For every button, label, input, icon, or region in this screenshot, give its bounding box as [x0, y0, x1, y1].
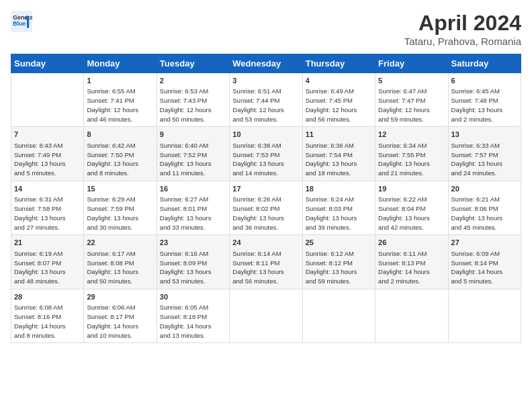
calendar-cell: 2Sunrise: 6:53 AM Sunset: 7:43 PM Daylig… — [157, 73, 229, 127]
calendar-cell: 27Sunrise: 6:09 AM Sunset: 8:14 PM Dayli… — [448, 235, 521, 289]
col-header-thursday: Thursday — [302, 54, 375, 73]
calendar-cell: 12Sunrise: 6:34 AM Sunset: 7:55 PM Dayli… — [375, 127, 448, 181]
cell-details: Sunrise: 6:16 AM Sunset: 8:09 PM Dayligh… — [160, 249, 226, 286]
week-row-3: 14Sunrise: 6:31 AM Sunset: 7:58 PM Dayli… — [11, 181, 521, 234]
day-number: 4 — [306, 76, 372, 86]
day-number: 28 — [14, 292, 81, 302]
day-number: 22 — [87, 238, 153, 248]
cell-details: Sunrise: 6:21 AM Sunset: 8:06 PM Dayligh… — [451, 195, 518, 232]
calendar-cell: 15Sunrise: 6:29 AM Sunset: 7:59 PM Dayli… — [84, 181, 157, 234]
calendar-cell: 21Sunrise: 6:19 AM Sunset: 8:07 PM Dayli… — [11, 235, 84, 289]
main-title: April 2024 — [404, 11, 521, 36]
cell-details: Sunrise: 6:45 AM Sunset: 7:48 PM Dayligh… — [451, 87, 518, 124]
cell-details: Sunrise: 6:55 AM Sunset: 7:41 PM Dayligh… — [87, 87, 153, 124]
col-header-wednesday: Wednesday — [230, 54, 302, 73]
calendar-cell: 28Sunrise: 6:08 AM Sunset: 8:16 PM Dayli… — [11, 289, 84, 342]
cell-details: Sunrise: 6:49 AM Sunset: 7:45 PM Dayligh… — [306, 87, 372, 124]
cell-details: Sunrise: 6:43 AM Sunset: 7:49 PM Dayligh… — [14, 141, 81, 178]
calendar-cell — [230, 289, 302, 342]
cell-details: Sunrise: 6:31 AM Sunset: 7:58 PM Dayligh… — [14, 195, 81, 232]
cell-details: Sunrise: 6:08 AM Sunset: 8:16 PM Dayligh… — [14, 303, 81, 340]
cell-details: Sunrise: 6:42 AM Sunset: 7:50 PM Dayligh… — [87, 141, 153, 178]
col-header-tuesday: Tuesday — [157, 54, 229, 73]
calendar-cell: 16Sunrise: 6:27 AM Sunset: 8:01 PM Dayli… — [157, 181, 229, 234]
day-number: 9 — [160, 130, 226, 140]
calendar-cell — [375, 289, 448, 342]
subtitle: Tataru, Prahova, Romania — [404, 36, 521, 47]
calendar-cell: 7Sunrise: 6:43 AM Sunset: 7:49 PM Daylig… — [11, 127, 84, 181]
cell-details: Sunrise: 6:24 AM Sunset: 8:03 PM Dayligh… — [306, 195, 372, 232]
calendar-cell: 11Sunrise: 6:36 AM Sunset: 7:54 PM Dayli… — [302, 127, 375, 181]
calendar-cell: 13Sunrise: 6:33 AM Sunset: 7:57 PM Dayli… — [448, 127, 521, 181]
day-number: 26 — [378, 238, 445, 248]
cell-details: Sunrise: 6:26 AM Sunset: 8:02 PM Dayligh… — [232, 195, 299, 232]
week-row-5: 28Sunrise: 6:08 AM Sunset: 8:16 PM Dayli… — [11, 289, 521, 342]
cell-details: Sunrise: 6:09 AM Sunset: 8:14 PM Dayligh… — [451, 249, 518, 286]
cell-details: Sunrise: 6:51 AM Sunset: 7:44 PM Dayligh… — [232, 87, 299, 124]
calendar-cell: 3Sunrise: 6:51 AM Sunset: 7:44 PM Daylig… — [230, 73, 302, 127]
logo-icon: General Blue — [11, 11, 32, 32]
svg-text:Blue: Blue — [13, 20, 26, 27]
calendar-cell: 25Sunrise: 6:12 AM Sunset: 8:12 PM Dayli… — [302, 235, 375, 289]
calendar-cell: 5Sunrise: 6:47 AM Sunset: 7:47 PM Daylig… — [375, 73, 448, 127]
cell-details: Sunrise: 6:22 AM Sunset: 8:04 PM Dayligh… — [378, 195, 445, 232]
day-number: 2 — [160, 76, 226, 86]
day-number: 27 — [451, 238, 518, 248]
cell-details: Sunrise: 6:29 AM Sunset: 7:59 PM Dayligh… — [87, 195, 153, 232]
calendar-cell — [302, 289, 375, 342]
calendar-cell: 8Sunrise: 6:42 AM Sunset: 7:50 PM Daylig… — [84, 127, 157, 181]
week-row-1: 1Sunrise: 6:55 AM Sunset: 7:41 PM Daylig… — [11, 73, 521, 127]
day-number: 19 — [378, 184, 445, 194]
day-number: 6 — [451, 76, 518, 86]
calendar-cell: 19Sunrise: 6:22 AM Sunset: 8:04 PM Dayli… — [375, 181, 448, 234]
cell-details: Sunrise: 6:36 AM Sunset: 7:54 PM Dayligh… — [306, 141, 372, 178]
cell-details: Sunrise: 6:12 AM Sunset: 8:12 PM Dayligh… — [306, 249, 372, 286]
svg-text:General: General — [13, 14, 32, 21]
day-number: 17 — [232, 184, 299, 194]
calendar-cell: 9Sunrise: 6:40 AM Sunset: 7:52 PM Daylig… — [157, 127, 229, 181]
cell-details: Sunrise: 6:53 AM Sunset: 7:43 PM Dayligh… — [160, 87, 226, 124]
cell-details: Sunrise: 6:19 AM Sunset: 8:07 PM Dayligh… — [14, 249, 81, 286]
day-number: 15 — [87, 184, 153, 194]
cell-details: Sunrise: 6:17 AM Sunset: 8:08 PM Dayligh… — [87, 249, 153, 286]
cell-details: Sunrise: 6:11 AM Sunset: 8:13 PM Dayligh… — [378, 249, 445, 286]
calendar-cell: 14Sunrise: 6:31 AM Sunset: 7:58 PM Dayli… — [11, 181, 84, 234]
cell-details: Sunrise: 6:34 AM Sunset: 7:55 PM Dayligh… — [378, 141, 445, 178]
calendar-cell: 18Sunrise: 6:24 AM Sunset: 8:03 PM Dayli… — [302, 181, 375, 234]
day-number: 18 — [306, 184, 372, 194]
col-header-friday: Friday — [375, 54, 448, 73]
calendar-cell: 30Sunrise: 6:05 AM Sunset: 8:18 PM Dayli… — [157, 289, 229, 342]
cell-details: Sunrise: 6:06 AM Sunset: 8:17 PM Dayligh… — [87, 303, 153, 340]
cell-details: Sunrise: 6:05 AM Sunset: 8:18 PM Dayligh… — [160, 303, 226, 340]
calendar-cell: 23Sunrise: 6:16 AM Sunset: 8:09 PM Dayli… — [157, 235, 229, 289]
day-number: 5 — [378, 76, 445, 86]
day-number: 7 — [14, 130, 81, 140]
day-number: 11 — [306, 130, 372, 140]
calendar-cell: 24Sunrise: 6:14 AM Sunset: 8:11 PM Dayli… — [230, 235, 302, 289]
title-block: April 2024 Tataru, Prahova, Romania — [404, 11, 521, 47]
calendar-cell: 17Sunrise: 6:26 AM Sunset: 8:02 PM Dayli… — [230, 181, 302, 234]
calendar-cell: 26Sunrise: 6:11 AM Sunset: 8:13 PM Dayli… — [375, 235, 448, 289]
cell-details: Sunrise: 6:40 AM Sunset: 7:52 PM Dayligh… — [160, 141, 226, 178]
day-number: 24 — [232, 238, 299, 248]
day-number: 8 — [87, 130, 153, 140]
calendar-cell: 29Sunrise: 6:06 AM Sunset: 8:17 PM Dayli… — [84, 289, 157, 342]
calendar-cell — [11, 73, 84, 127]
header-row: SundayMondayTuesdayWednesdayThursdayFrid… — [11, 54, 521, 73]
day-number: 1 — [87, 76, 153, 86]
cell-details: Sunrise: 6:47 AM Sunset: 7:47 PM Dayligh… — [378, 87, 445, 124]
day-number: 13 — [451, 130, 518, 140]
cell-details: Sunrise: 6:38 AM Sunset: 7:53 PM Dayligh… — [232, 141, 299, 178]
week-row-2: 7Sunrise: 6:43 AM Sunset: 7:49 PM Daylig… — [11, 127, 521, 181]
day-number: 30 — [160, 292, 226, 302]
day-number: 10 — [232, 130, 299, 140]
day-number: 12 — [378, 130, 445, 140]
cell-details: Sunrise: 6:27 AM Sunset: 8:01 PM Dayligh… — [160, 195, 226, 232]
calendar-table: SundayMondayTuesdayWednesdayThursdayFrid… — [11, 54, 521, 343]
calendar-cell: 10Sunrise: 6:38 AM Sunset: 7:53 PM Dayli… — [230, 127, 302, 181]
calendar-cell: 4Sunrise: 6:49 AM Sunset: 7:45 PM Daylig… — [302, 73, 375, 127]
day-number: 21 — [14, 238, 81, 248]
cell-details: Sunrise: 6:14 AM Sunset: 8:11 PM Dayligh… — [232, 249, 299, 286]
calendar-page: General Blue April 2024 Tataru, Prahova,… — [0, 0, 532, 411]
calendar-cell: 20Sunrise: 6:21 AM Sunset: 8:06 PM Dayli… — [448, 181, 521, 234]
